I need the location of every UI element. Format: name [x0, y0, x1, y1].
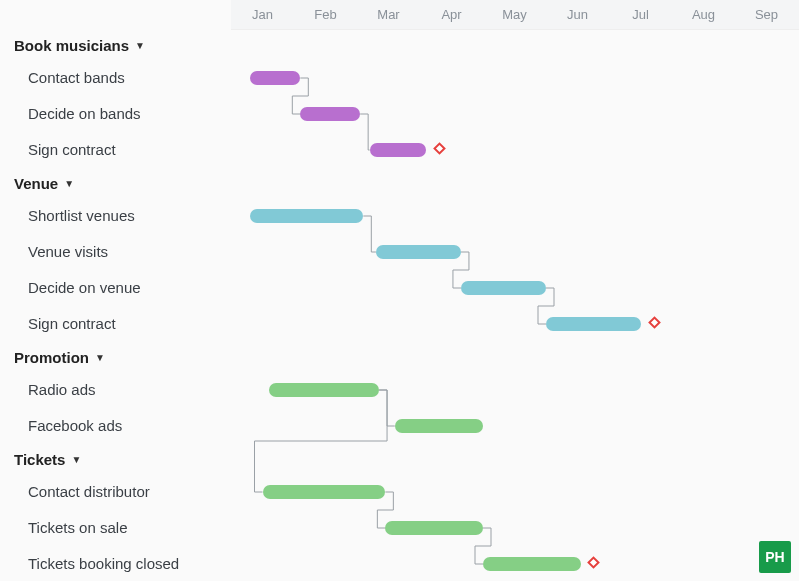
group-name: Tickets	[14, 451, 65, 468]
caret-down-icon: ▼	[135, 40, 145, 51]
task-bar[interactable]	[395, 419, 483, 433]
task-row	[231, 234, 799, 270]
task-label[interactable]: Venue visits	[0, 234, 231, 270]
group-spacer-row	[231, 342, 799, 372]
group-spacer-row	[231, 168, 799, 198]
ph-badge[interactable]: PH	[759, 541, 791, 573]
task-row	[231, 96, 799, 132]
task-bar[interactable]	[250, 71, 300, 85]
task-label[interactable]: Contact distributor	[0, 474, 231, 510]
month-label: Jun	[546, 0, 609, 29]
month-label: Feb	[294, 0, 357, 29]
task-row	[231, 60, 799, 96]
task-label[interactable]: Radio ads	[0, 372, 231, 408]
task-bar[interactable]	[385, 521, 483, 535]
task-label[interactable]: Decide on venue	[0, 270, 231, 306]
milestone-icon[interactable]	[587, 556, 600, 569]
timeline-header: JanFebMarAprMayJunJulAugSep	[231, 0, 799, 30]
task-bar[interactable]	[263, 485, 386, 499]
task-bar[interactable]	[546, 317, 641, 331]
task-list: Book musicians▼Contact bandsDecide on ba…	[0, 0, 231, 581]
group-label[interactable]: Tickets▼	[0, 444, 231, 474]
task-row	[231, 372, 799, 408]
month-label: Jan	[231, 0, 294, 29]
group-label[interactable]: Book musicians▼	[0, 30, 231, 60]
task-row	[231, 270, 799, 306]
milestone-icon[interactable]	[648, 316, 661, 329]
month-label: Mar	[357, 0, 420, 29]
timeline-body	[231, 30, 799, 581]
group-spacer-row	[231, 30, 799, 60]
timeline-panel: JanFebMarAprMayJunJulAugSep	[231, 0, 799, 581]
task-row	[231, 306, 799, 342]
task-label[interactable]: Contact bands	[0, 60, 231, 96]
task-row	[231, 198, 799, 234]
task-label[interactable]: Decide on bands	[0, 96, 231, 132]
task-row	[231, 132, 799, 168]
month-label: Apr	[420, 0, 483, 29]
milestone-icon[interactable]	[433, 142, 446, 155]
task-label[interactable]: Sign contract	[0, 306, 231, 342]
month-label: Jul	[609, 0, 672, 29]
caret-down-icon: ▼	[71, 454, 81, 465]
task-label[interactable]: Sign contract	[0, 132, 231, 168]
task-row	[231, 474, 799, 510]
caret-down-icon: ▼	[95, 352, 105, 363]
task-bar[interactable]	[483, 557, 581, 571]
task-label[interactable]: Shortlist venues	[0, 198, 231, 234]
month-label: Aug	[672, 0, 735, 29]
task-bar[interactable]	[376, 245, 461, 259]
task-row	[231, 408, 799, 444]
group-spacer-row	[231, 444, 799, 474]
task-bar[interactable]	[370, 143, 427, 157]
task-label[interactable]: Tickets on sale	[0, 510, 231, 546]
task-bar[interactable]	[461, 281, 546, 295]
month-label: Sep	[735, 0, 798, 29]
task-label[interactable]: Tickets booking closed	[0, 546, 231, 581]
caret-down-icon: ▼	[64, 178, 74, 189]
group-name: Promotion	[14, 349, 89, 366]
task-row	[231, 510, 799, 546]
task-bar[interactable]	[250, 209, 363, 223]
group-name: Book musicians	[14, 37, 129, 54]
group-label[interactable]: Venue▼	[0, 168, 231, 198]
task-row	[231, 546, 799, 581]
month-label: May	[483, 0, 546, 29]
task-bar[interactable]	[300, 107, 360, 121]
group-label[interactable]: Promotion▼	[0, 342, 231, 372]
task-bar[interactable]	[269, 383, 379, 397]
group-name: Venue	[14, 175, 58, 192]
gantt-chart: Book musicians▼Contact bandsDecide on ba…	[0, 0, 799, 581]
task-label[interactable]: Facebook ads	[0, 408, 231, 444]
